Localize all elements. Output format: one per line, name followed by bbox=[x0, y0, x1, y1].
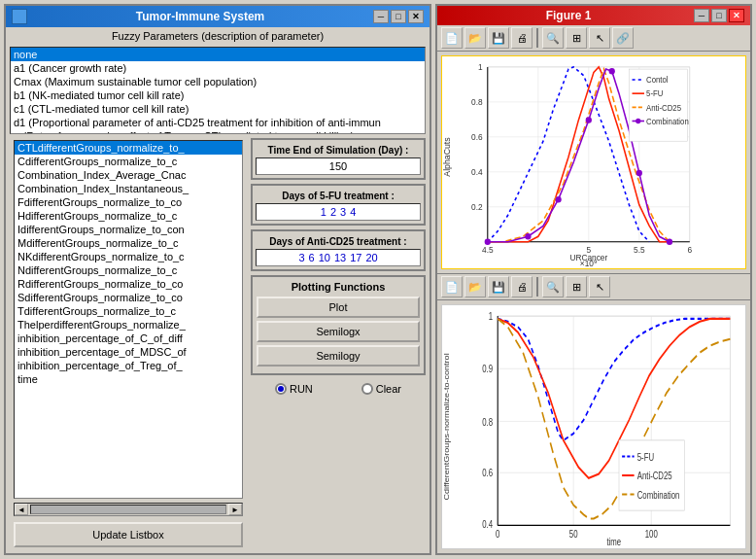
scroll-left-arrow[interactable]: ◄ bbox=[15, 504, 28, 515]
print-button[interactable]: 🖨 bbox=[511, 27, 533, 49]
figure-close[interactable]: ✕ bbox=[729, 9, 744, 22]
anti-day-10: 10 bbox=[319, 252, 330, 263]
svg-point-29 bbox=[609, 68, 615, 75]
bottom-chart: 1 0.9 0.8 0.6 0.4 0 50 100 CdifferentGro… bbox=[441, 304, 746, 549]
svg-point-40 bbox=[636, 119, 640, 123]
scroll-right-arrow[interactable]: ► bbox=[228, 504, 242, 515]
svg-text:1: 1 bbox=[489, 311, 493, 322]
svg-text:AlphaCuts: AlphaCuts bbox=[443, 137, 453, 176]
fu-day-1: 1 bbox=[321, 206, 326, 218]
sim-end-group: Time End of Simulation (Day) : 150 bbox=[251, 138, 426, 180]
clear-radio[interactable]: Clear bbox=[361, 383, 401, 395]
grid-button[interactable]: ⊞ bbox=[566, 27, 587, 49]
plotting-title: Plotting Functions bbox=[257, 281, 420, 293]
plotting-group: Plotting Functions Plot Semilogx Semilog… bbox=[251, 275, 426, 375]
svg-point-27 bbox=[555, 196, 561, 203]
update-listbox-button[interactable]: Update Listbox bbox=[14, 522, 243, 547]
svg-text:Anti-CD25: Anti-CD25 bbox=[646, 103, 681, 112]
var-t[interactable]: TdifferentGroups_normalize_to_c bbox=[15, 304, 242, 318]
var-inhib-treg[interactable]: inhibition_percentage_of_Treg_of_ bbox=[15, 359, 242, 372]
svg-text:Contol: Contol bbox=[646, 76, 669, 85]
svg-point-26 bbox=[525, 233, 531, 240]
plot-button[interactable]: Plot bbox=[257, 297, 420, 318]
minimize-button[interactable]: ─ bbox=[373, 10, 389, 23]
left-title: Tumor-Immune System bbox=[136, 10, 264, 23]
matlab-icon bbox=[12, 9, 27, 24]
zoom-in-button[interactable]: 🔍 bbox=[542, 27, 564, 49]
svg-point-31 bbox=[667, 238, 672, 245]
fuzzy-item-cmax[interactable]: Cmax (Maximum sustainable tumor cell pop… bbox=[11, 75, 425, 88]
svg-text:Anti-CD25: Anti-CD25 bbox=[637, 471, 672, 481]
var-n[interactable]: NdifferentGroups_normalize_to_c bbox=[15, 263, 242, 277]
bottom-print-button[interactable]: 🖨 bbox=[511, 276, 533, 297]
var-c[interactable]: CdifferentGroups_normalize_to_c bbox=[15, 155, 242, 168]
fuzzy-listbox[interactable]: none a1 (Cancer growth rate) Cmax (Maxim… bbox=[10, 47, 426, 134]
svg-point-30 bbox=[636, 170, 642, 177]
fuzzy-item-d1[interactable]: d1 (Proportional parameter of anti-CD25 … bbox=[11, 116, 425, 129]
svg-text:4.5: 4.5 bbox=[482, 244, 494, 254]
new-file-button[interactable]: 📄 bbox=[441, 27, 463, 49]
anti-day-13: 13 bbox=[334, 252, 346, 263]
anti-day-6: 6 bbox=[309, 252, 315, 263]
fu-day-2: 2 bbox=[330, 206, 336, 218]
horizontal-scrollbar[interactable]: ◄ ► bbox=[14, 503, 243, 516]
cursor-button[interactable]: ↖ bbox=[589, 27, 610, 49]
clear-radio-circle bbox=[361, 383, 373, 395]
close-button[interactable]: ✕ bbox=[408, 10, 424, 23]
var-m[interactable]: MdifferentGroups_normalize_to_c bbox=[15, 236, 242, 250]
variables-listbox[interactable]: CTLdifferentGroups_normalize_to_ Cdiffer… bbox=[14, 140, 243, 499]
fuzzy-item-a1[interactable]: a1 (Cancer growth rate) bbox=[11, 61, 425, 75]
var-inhib-mdsc[interactable]: inhibition_percentage_of_MDSC_of bbox=[15, 345, 242, 359]
open-button[interactable]: 📂 bbox=[464, 27, 486, 49]
fuzzy-item-none[interactable]: none bbox=[11, 48, 425, 61]
svg-text:0.4: 0.4 bbox=[482, 519, 493, 530]
figure-title: Figure 1 bbox=[546, 9, 592, 22]
var-time[interactable]: time bbox=[15, 372, 242, 386]
clear-label: Clear bbox=[376, 383, 401, 395]
var-r[interactable]: RdifferentGroups_normalize_to_co bbox=[15, 277, 242, 291]
var-s[interactable]: SdifferentGroups_normalize_to_co bbox=[15, 291, 242, 304]
var-i[interactable]: IdifferentGroups_normalize_to_con bbox=[15, 223, 242, 236]
bottom-grid-button[interactable]: ⊞ bbox=[566, 276, 587, 297]
sim-end-label: Time End of Simulation (Day) : bbox=[256, 143, 421, 157]
svg-text:Combination: Combination bbox=[637, 490, 680, 501]
semilogx-button[interactable]: Semilogx bbox=[257, 321, 420, 342]
svg-text:50: 50 bbox=[569, 529, 578, 540]
var-h[interactable]: HdifferentGroups_normalize_to_c bbox=[15, 209, 242, 223]
fuzzy-item-b1[interactable]: b1 (NK-mediated tumor cell kill rate) bbox=[11, 88, 425, 102]
anti-days-group: Days of Anti-CD25 treatment : 3 6 10 13 … bbox=[251, 229, 426, 271]
fu-days-values: 1 2 3 4 bbox=[256, 203, 421, 221]
run-radio[interactable]: RUN bbox=[275, 383, 313, 395]
svg-text:1: 1 bbox=[478, 62, 483, 72]
variables-section: CTLdifferentGroups_normalize_to_ Cdiffer… bbox=[10, 138, 247, 551]
bottom-zoom-button[interactable]: 🔍 bbox=[542, 276, 564, 297]
fuzzy-item-rate[interactable]: < (Rate of suppressive effect of Treg on… bbox=[11, 129, 425, 134]
svg-text:CdifferentGroups-normalize-to-: CdifferentGroups-normalize-to-control bbox=[443, 353, 451, 501]
fuzzy-item-c1[interactable]: c1 (CTL-mediated tumor cell kill rate) bbox=[11, 102, 425, 116]
var-combo-avg[interactable]: Combination_Index_Average_Cnac bbox=[15, 168, 242, 182]
run-radio-circle bbox=[275, 383, 287, 395]
maximize-button[interactable]: □ bbox=[391, 10, 406, 23]
bottom-open-button[interactable]: 📂 bbox=[464, 276, 486, 297]
var-nk[interactable]: NKdifferentGroups_normalize_to_c bbox=[15, 250, 242, 263]
svg-point-25 bbox=[485, 238, 491, 245]
var-ctl[interactable]: CTLdifferentGroups_normalize_to_ bbox=[15, 141, 242, 155]
svg-text:0.8: 0.8 bbox=[471, 97, 483, 107]
anti-day-17: 17 bbox=[350, 252, 361, 263]
var-combo-inst[interactable]: Combination_Index_Instantaneous_ bbox=[15, 182, 242, 195]
var-inhib-c[interactable]: inhibition_percentage_of_C_of_diff bbox=[15, 332, 242, 345]
bottom-save-button[interactable]: 💾 bbox=[488, 276, 509, 297]
fu-days-group: Days of 5-FU treatment : 1 2 3 4 bbox=[251, 184, 426, 226]
semilogy-button[interactable]: Semilogy bbox=[257, 345, 420, 367]
save-button[interactable]: 💾 bbox=[488, 27, 509, 49]
fu-days-label: Days of 5-FU treatment : bbox=[256, 189, 421, 203]
bottom-cursor-button[interactable]: ↖ bbox=[589, 276, 610, 297]
top-chart: 1 0.8 0.6 0.4 0.2 4.5 5 5.5 6 ×10⁹ Alpha… bbox=[441, 55, 746, 269]
bottom-new-button[interactable]: 📄 bbox=[441, 276, 463, 297]
figure-minimize[interactable]: ─ bbox=[694, 9, 709, 22]
right-controls: Time End of Simulation (Day) : 150 Days … bbox=[251, 138, 426, 551]
figure-maximize[interactable]: □ bbox=[711, 9, 727, 22]
var-thelper[interactable]: ThelperdifferentGroups_normalize_ bbox=[15, 318, 242, 332]
link-button[interactable]: 🔗 bbox=[612, 27, 634, 49]
var-f[interactable]: FdifferentGroups_normalize_to_co bbox=[15, 195, 242, 209]
